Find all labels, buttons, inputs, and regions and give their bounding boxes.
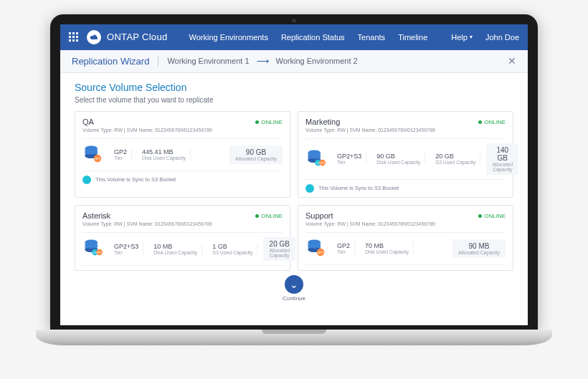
volume-body: S3 GP2 GP2+S3Tier 90 GBDisk Used Capacit… [305,138,506,180]
brand: ONTAP Cloud [87,30,167,44]
capacity-metric: 70 MBDisk Used Capacity [361,242,414,254]
laptop-mockup: ONTAP Cloud Working Environments Replica… [36,14,552,365]
volume-sync-note: This Volume is Sync to S3 Bucket [82,171,283,184]
apps-grid-icon[interactable] [69,32,78,42]
volume-meta: Volume Type: RW | SVM Name: 0123456789/0… [305,128,506,133]
volume-status: ONLINE [478,213,506,219]
wizard-title: Replication Wizard [72,56,158,67]
svg-text:GP2: GP2 [318,251,324,254]
nav-replication-status[interactable]: Replication Status [281,33,345,42]
cloud-icon [87,30,101,44]
volume-status: ONLINE [255,213,283,219]
close-icon[interactable]: ✕ [508,55,516,67]
chevron-down-icon: ▾ [470,34,473,40]
volume-meta: Volume Type: RW | SVM Name: 0123456789/0… [82,128,283,133]
capacity-metric: 20 GBS3 Used Capacity [431,153,480,165]
svg-point-14 [85,244,98,249]
section-title: Source Volume Selection [75,82,513,93]
svg-point-2 [85,149,98,154]
nav-user[interactable]: John Doe [485,33,519,42]
capacity-metric: 10 MBDisk Used Capacity [149,243,202,255]
arrow-right-icon: ⟶ [257,56,269,66]
volume-sync-note: This Volume is Sync to S3 Bucket [305,180,506,193]
allocated-capacity: 140 GB Allocated Capacity [486,143,518,175]
nav-timeline[interactable]: Timeline [398,33,427,42]
disk-stack-icon: S3 GP2 [82,237,104,260]
chevron-down-icon: ⌄ [290,279,298,290]
continue-label: Continue [75,295,513,302]
volume-meta: Volume Type: RW | SVM Name: 0123456789/0… [305,221,506,226]
nav-working-environments[interactable]: Working Environments [189,33,267,42]
volume-meta: Volume Type: RW | SVM Name: 0123456789/0… [82,221,283,226]
volume-card[interactable]: ONLINE Support Volume Type: RW | SVM Nam… [298,205,513,271]
nav-links: Working Environments Replication Status … [189,33,427,42]
volume-body: GP2 GP2Tier 70 MBDisk Used Capacity 90 M… [305,232,506,265]
svg-text:GP2: GP2 [320,161,325,164]
laptop-base [36,330,552,345]
capacity-metric: 90 GBDisk Used Capacity [372,153,425,165]
volume-card[interactable]: ONLINE QA Volume Type: RW | SVM Name: 01… [75,111,290,198]
disk-stack-icon: S3 GP2 [305,148,327,171]
allocated-capacity: 20 GB Allocated Capacity [263,237,295,261]
content-area: Source Volume Selection Select the volum… [60,73,528,304]
svg-point-7 [308,153,321,158]
wizard-header: Replication Wizard Working Environment 1… [60,50,528,73]
help-label: Help [451,33,468,42]
volume-name: Asterisk [82,211,283,220]
volume-name: QA [82,117,283,126]
capacity-metric: 445.41 MBDisk Used Capacity [138,148,191,160]
svg-text:GP2: GP2 [97,251,102,254]
section-subtitle: Select the volume that you want to repli… [75,96,513,104]
tier-metric: GP2+S3Tier [333,153,366,165]
volume-name: Marketing [305,117,506,126]
laptop-notch [262,330,326,334]
top-nav: ONTAP Cloud Working Environments Replica… [60,24,528,50]
allocated-capacity: 90 GB Allocated Capacity [229,145,283,164]
svg-text:GP2: GP2 [95,157,101,160]
tier-metric: GP2+S3Tier [110,243,143,255]
volume-card[interactable]: ONLINE Asterisk Volume Type: RW | SVM Na… [75,205,290,271]
allocated-capacity: 90 MB Allocated Capacity [452,239,506,258]
disk-stack-icon: GP2 [305,237,327,260]
volume-grid: ONLINE QA Volume Type: RW | SVM Name: 01… [75,111,513,271]
volume-status: ONLINE [255,119,283,125]
nav-right: Help ▾ John Doe [451,33,519,42]
volume-body: GP2 GP2Tier 445.41 MBDisk Used Capacity … [82,138,283,171]
brand-text: ONTAP Cloud [107,32,167,42]
continue-area: ⌄ Continue [75,275,513,302]
wizard-path: Working Environment 1 ⟶ Working Environm… [167,56,357,66]
volume-body: S3 GP2 GP2+S3Tier 10 MBDisk Used Capacit… [82,232,283,266]
disk-stack-icon: GP2 [82,143,104,166]
volume-status: ONLINE [478,119,506,125]
sync-icon [305,184,314,193]
wizard-env-source: Working Environment 1 [167,57,249,65]
volume-name: Support [305,211,506,220]
tier-metric: GP2Tier [333,242,355,254]
laptop-frame: ONTAP Cloud Working Environments Replica… [50,14,538,330]
nav-tenants[interactable]: Tenants [358,33,386,42]
tier-metric: GP2Tier [110,148,132,160]
wizard-env-target: Working Environment 2 [276,57,358,65]
camera-dot [292,19,296,23]
sync-icon [82,176,91,184]
nav-help[interactable]: Help ▾ [451,33,473,42]
continue-button[interactable]: ⌄ [285,275,303,294]
volume-card[interactable]: ONLINE Marketing Volume Type: RW | SVM N… [298,111,513,198]
app-screen: ONTAP Cloud Working Environments Replica… [60,24,528,325]
capacity-metric: 1 GBS3 Used Capacity [208,243,257,255]
svg-point-21 [308,243,321,248]
